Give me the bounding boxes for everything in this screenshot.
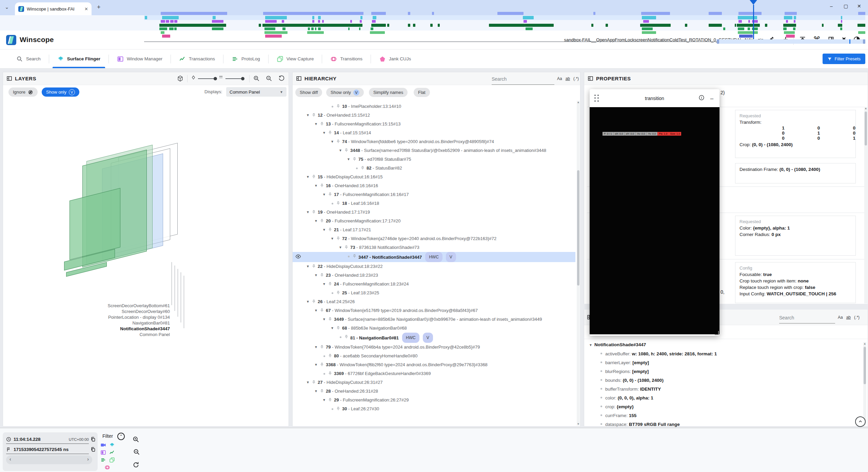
- transition-overlay-window[interactable]: transition _ P: 0 / 1dX: 0.0dY: 0.0Xv: 0…: [590, 89, 719, 336]
- range-handle-right[interactable]: [863, 39, 865, 44]
- trace-segment[interactable]: [408, 24, 410, 27]
- resize-handle[interactable]: [715, 331, 719, 335]
- trace-segment[interactable]: [709, 12, 722, 15]
- pin-icon[interactable]: [320, 219, 324, 223]
- trace-segment[interactable]: [748, 20, 750, 23]
- props-item-color[interactable]: color: (0, 0, 0), alpha: 1: [600, 395, 653, 400]
- pin-icon[interactable]: [344, 245, 349, 250]
- tree-node-15[interactable]: ▼15 - HideDisplayCutout:16:16#15: [293, 173, 575, 181]
- trace-segment[interactable]: [159, 27, 167, 30]
- timeline-reset-zoom-icon[interactable]: [132, 461, 140, 469]
- trace-segment[interactable]: [784, 16, 793, 19]
- trace-segment[interactable]: [642, 16, 656, 19]
- tree-node-80[interactable]: 80 - ace6abb SecondaryHomeHandle0#80: [293, 352, 575, 360]
- playhead-handle[interactable]: [750, 0, 757, 5]
- trace-segment[interactable]: [591, 24, 593, 27]
- trace-segment[interactable]: [643, 20, 649, 23]
- tree-node-25[interactable]: 25 - Leaf:18:23#25: [293, 289, 575, 297]
- ignore-chip[interactable]: Ignore: [8, 87, 38, 97]
- trace-segment[interactable]: [312, 20, 314, 23]
- pin-icon[interactable]: [336, 104, 340, 109]
- protolog-filter-icon[interactable]: [100, 457, 106, 463]
- tree-node-75[interactable]: ▼75 - ed70f88 StatusBar#75: [293, 155, 575, 164]
- tree-node-3447[interactable]: 3447 - NotificationShade#3447HWCV: [293, 252, 575, 262]
- trace-segment[interactable]: [786, 20, 788, 23]
- pin-icon[interactable]: [328, 371, 332, 376]
- scrollbar[interactable]: ▲ ▼: [577, 101, 580, 426]
- trace-segment[interactable]: [311, 27, 313, 30]
- expand-caret-icon[interactable]: ▼: [322, 280, 327, 289]
- regex-button[interactable]: (.*): [573, 76, 579, 81]
- trace-segment[interactable]: [497, 12, 524, 15]
- trace-segment[interactable]: [709, 24, 722, 27]
- expand-caret-icon[interactable]: ▼: [305, 208, 310, 217]
- trace-segment[interactable]: [785, 12, 797, 15]
- trace-segment[interactable]: [263, 12, 363, 15]
- tree-node-24[interactable]: ▼24 - FullscreenMagnification:18:23#24: [293, 280, 575, 289]
- panel-collapse-icon[interactable]: [6, 76, 12, 81]
- trace-segment[interactable]: [840, 27, 842, 30]
- expand-caret-icon[interactable]: ▼: [305, 378, 310, 387]
- trace-segment[interactable]: [430, 24, 432, 27]
- pin-icon[interactable]: [328, 228, 332, 232]
- pin-icon[interactable]: [320, 389, 324, 393]
- props-item-currFrame[interactable]: currFrame: 155: [600, 413, 636, 418]
- zoom-out-icon[interactable]: [265, 75, 273, 82]
- trace-segment[interactable]: [315, 27, 316, 30]
- trace-segment[interactable]: [858, 12, 865, 15]
- eye-icon[interactable]: [295, 254, 301, 259]
- trace-segment[interactable]: [765, 24, 767, 27]
- properties-search-input[interactable]: Search: [779, 314, 835, 323]
- tree-node-27[interactable]: ▼27 - HideDisplayCutout:26:31#27: [293, 378, 575, 387]
- expand-caret-icon[interactable]: ▼: [330, 234, 335, 243]
- pin-icon[interactable]: [328, 131, 332, 135]
- tree-node-73[interactable]: ▼73 - 8736138 NotificationShade#73: [293, 243, 575, 252]
- trace-segment[interactable]: [640, 24, 670, 27]
- pin-icon[interactable]: [336, 236, 340, 241]
- filter-presets-button[interactable]: Filter Presets: [823, 54, 865, 64]
- tree-node-20[interactable]: ▼20 - FullscreenMagnification:17:17#20: [293, 217, 575, 225]
- trace-segment[interactable]: [822, 24, 823, 27]
- layers-3d-canvas[interactable]: ScreenDecorOverlayBottom#61ScreenDecorOv…: [3, 99, 289, 426]
- trace-segment[interactable]: [783, 27, 787, 30]
- trace-segment[interactable]: [523, 16, 534, 19]
- expand-caret-icon[interactable]: ▼: [322, 129, 327, 137]
- expand-caret-icon[interactable]: ▼: [322, 396, 327, 405]
- pin-icon[interactable]: [320, 273, 324, 277]
- expand-caret-icon[interactable]: ▼: [314, 181, 318, 190]
- reset-view-icon[interactable]: [278, 75, 285, 82]
- expand-caret-icon[interactable]: ▼: [305, 262, 310, 271]
- overlay-titlebar[interactable]: transition _: [590, 89, 719, 107]
- chip-show-only[interactable]: Show onlyV: [326, 88, 364, 97]
- trace-segment[interactable]: [145, 16, 147, 19]
- expand-caret-icon[interactable]: ▼: [322, 315, 327, 324]
- trace-segment[interactable]: [307, 31, 324, 34]
- trace-segment[interactable]: [360, 16, 362, 19]
- panel-collapse-icon[interactable]: [296, 76, 302, 81]
- match-case-button[interactable]: Aa: [838, 315, 843, 320]
- trace-segment[interactable]: [387, 24, 389, 27]
- expand-caret-icon[interactable]: ▼: [305, 297, 310, 306]
- regex-button[interactable]: (.*): [854, 315, 860, 320]
- tab-view-capture[interactable]: View Capture: [269, 50, 322, 68]
- trace-segment[interactable]: [318, 27, 321, 30]
- zoom-in-icon[interactable]: [253, 75, 260, 82]
- trace-segment[interactable]: [264, 31, 288, 34]
- expand-caret-icon[interactable]: ▼: [338, 146, 343, 155]
- collapse-timeline-button[interactable]: [855, 416, 866, 427]
- trace-segment[interactable]: [857, 24, 865, 27]
- pin-icon[interactable]: [352, 254, 357, 258]
- trace-segment[interactable]: [525, 24, 554, 27]
- timeline-zoom-in-icon[interactable]: [132, 436, 140, 443]
- tree-node-28[interactable]: ▼28 - OneHanded:26:31#28: [293, 387, 575, 396]
- trace-segment[interactable]: [413, 24, 415, 27]
- trace-segment[interactable]: [282, 20, 284, 23]
- step-back-icon[interactable]: ‹: [9, 456, 11, 462]
- expand-caret-icon[interactable]: ▼: [330, 137, 335, 146]
- expand-caret-icon[interactable]: ▼: [314, 217, 318, 225]
- pin-icon[interactable]: [312, 380, 316, 385]
- scrollbar[interactable]: ▲: [864, 107, 867, 303]
- scrollbar[interactable]: ▲: [863, 342, 866, 425]
- chip-simplify-names[interactable]: Simplify names: [369, 88, 408, 97]
- trace-segment[interactable]: [723, 27, 725, 30]
